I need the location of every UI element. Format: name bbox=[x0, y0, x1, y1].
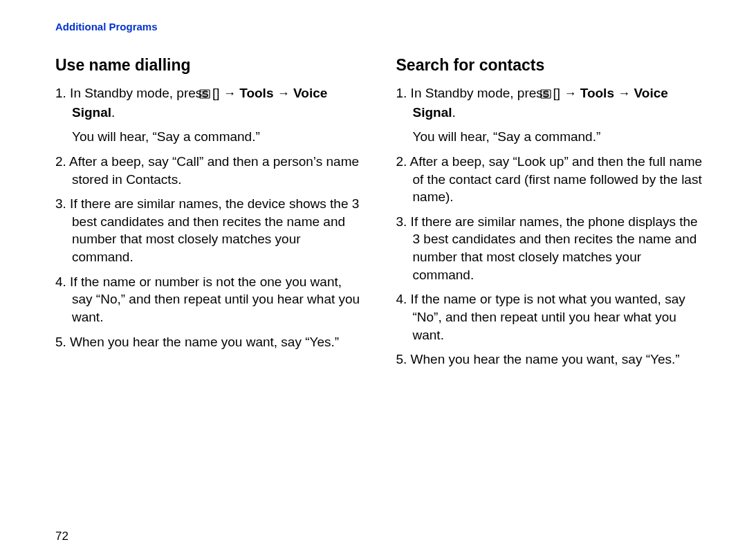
text: 1. In Standby mode, press [ bbox=[396, 86, 557, 100]
arrow-icon: → bbox=[223, 86, 236, 100]
left-column: Use name dialling 1. In Standby mode, pr… bbox=[55, 56, 365, 375]
arrow-icon: → bbox=[564, 86, 576, 100]
text: ] bbox=[557, 86, 564, 100]
left-step-2: 2. After a beep, say “Call” and then a p… bbox=[55, 153, 365, 188]
left-step-1-sub: You will hear, “Say a command.” bbox=[55, 128, 365, 146]
right-step-1-sub: You will hear, “Say a command.” bbox=[396, 128, 706, 146]
text: . bbox=[111, 105, 115, 120]
left-step-3: 3. If there are similar names, the devic… bbox=[55, 195, 365, 266]
bold-tools: Tools bbox=[580, 86, 614, 100]
right-step-4: 4. If the name or type is not what you w… bbox=[396, 290, 706, 344]
text: . bbox=[452, 105, 456, 120]
text: ] bbox=[216, 86, 223, 100]
right-step-3: 3. If there are similar names, the phone… bbox=[396, 213, 706, 284]
left-step-4: 4. If the name or number is not the one … bbox=[55, 273, 365, 326]
arrow-icon: → bbox=[277, 86, 290, 100]
section-header: Additional Programs bbox=[55, 21, 706, 32]
bold-tools: Tools bbox=[239, 86, 273, 100]
left-step-5: 5. When you hear the name you want, say … bbox=[55, 333, 365, 351]
right-column: Search for contacts 1. In Standby mode, … bbox=[396, 56, 706, 375]
left-step-1: 1. In Standby mode, press [] → Tools → V… bbox=[55, 84, 365, 121]
right-step-1: 1. In Standby mode, press [] → Tools → V… bbox=[396, 84, 706, 121]
right-title: Search for contacts bbox=[396, 56, 706, 75]
right-step-5: 5. When you hear the name you want, say … bbox=[396, 351, 706, 368]
page-number: 72 bbox=[55, 530, 68, 543]
page: Additional Programs Use name dialling 1.… bbox=[0, 0, 747, 560]
left-title: Use name dialling bbox=[55, 56, 365, 75]
content-columns: Use name dialling 1. In Standby mode, pr… bbox=[55, 56, 706, 375]
right-step-2: 2. After a beep, say “Look up” and then … bbox=[396, 153, 706, 206]
arrow-icon: → bbox=[618, 86, 630, 100]
text: 1. In Standby mode, press [ bbox=[55, 86, 216, 100]
